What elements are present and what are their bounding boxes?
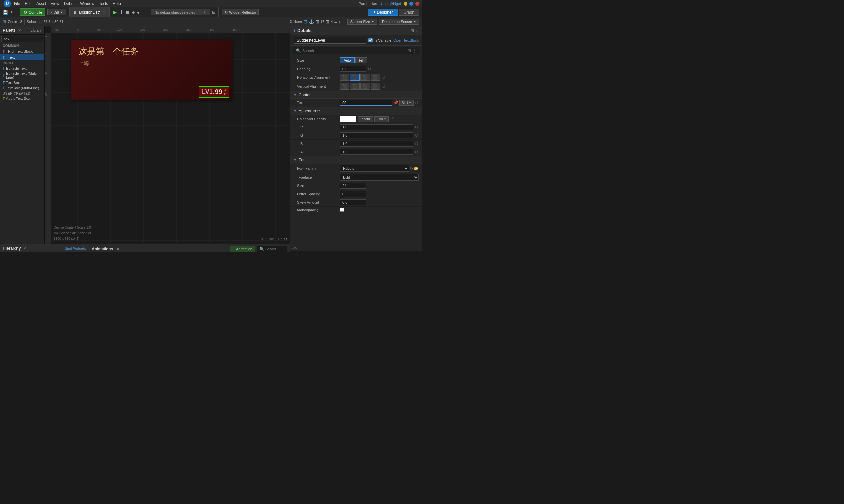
mission-list-tab[interactable]: ▦ MissionList* ✕	[70, 7, 110, 17]
library-tab[interactable]: Library	[30, 28, 41, 32]
add-animation-btn[interactable]: + Animation	[230, 246, 255, 252]
a-input[interactable]	[340, 149, 413, 155]
color-swatch[interactable]	[340, 116, 356, 122]
menu-tools[interactable]: Tools	[99, 1, 108, 6]
stop-button[interactable]: ⏹	[125, 9, 130, 15]
v-align-top-btn[interactable]: ⬛	[340, 83, 349, 90]
snap-icon[interactable]: ⊟	[303, 19, 307, 24]
grid-icon[interactable]: ⊞	[3, 19, 6, 24]
r-input[interactable]	[340, 124, 413, 130]
editable-text-item[interactable]: T Editable Text	[0, 66, 44, 71]
menu-file[interactable]: File	[14, 1, 20, 6]
size-fill-btn[interactable]: Fill	[356, 57, 367, 63]
skew-input[interactable]	[340, 199, 366, 205]
editable-text-multi-item[interactable]: T Editable Text (Multi-Line)	[0, 71, 44, 80]
search-options-icon[interactable]: ⋮	[412, 49, 416, 53]
record-button[interactable]: ●	[137, 10, 140, 15]
win-maximize[interactable]	[410, 2, 413, 5]
history-icon[interactable]: ↶	[10, 10, 14, 15]
compile-button[interactable]: ⚙ Compile	[20, 8, 46, 16]
hierarchy-close-btn[interactable]: ✕	[23, 247, 27, 251]
font-size-input[interactable]	[340, 183, 366, 189]
skip-button[interactable]: ⏭	[131, 10, 136, 15]
screen-size-dropdown[interactable]: Screen Size ▼	[347, 19, 377, 25]
align-icon[interactable]: R	[321, 19, 324, 24]
b-reset-btn[interactable]: ↺	[415, 141, 419, 146]
v-align-center-btn[interactable]: ⬛	[350, 83, 360, 90]
details-settings-icon[interactable]: ⊞	[411, 28, 414, 33]
menu-view[interactable]: View	[51, 1, 59, 6]
text-reset-btn[interactable]: ↺	[415, 100, 419, 105]
graph-button[interactable]: Graph	[399, 8, 419, 16]
g-input[interactable]	[340, 132, 413, 138]
resize-icon[interactable]: ⊞	[315, 19, 320, 24]
win-minimize[interactable]	[403, 2, 408, 5]
letter-spacing-input[interactable]	[340, 191, 366, 197]
audio-text-box-item[interactable]: T Audio Text Box	[0, 96, 44, 101]
desired-on-screen-dropdown[interactable]: Desired on Screen ▼	[379, 19, 419, 25]
font-browse-icon[interactable]: 📂	[414, 166, 419, 170]
tab-close-btn[interactable]: ✕	[103, 10, 105, 14]
arrows-icon[interactable]: ↕	[338, 19, 341, 24]
debug-icon[interactable]: ⊞	[212, 10, 216, 15]
search-settings-icon[interactable]: ⊞	[408, 49, 411, 53]
designer-button[interactable]: ✦ Designer	[368, 8, 398, 16]
none-label[interactable]: ⊘ None	[290, 19, 302, 24]
palette-search-input[interactable]	[1, 36, 43, 42]
anchor-icon[interactable]: ⚓	[309, 19, 314, 24]
menu-dots[interactable]: ⋮	[141, 10, 145, 15]
text-item-selected[interactable]: T Text	[0, 54, 44, 60]
v-align-reset-btn[interactable]: ↺	[382, 84, 386, 89]
menu-window[interactable]: Window	[80, 1, 94, 6]
padding-input[interactable]	[340, 66, 366, 72]
grid2-icon[interactable]: ⊞	[325, 19, 329, 24]
r-reset-btn[interactable]: ↺	[415, 125, 419, 130]
palette-close-btn[interactable]: ✕	[18, 28, 21, 33]
typeface-select[interactable]: Bold	[340, 174, 419, 181]
open-textblock-link[interactable]: Open TextBlock	[393, 38, 419, 42]
play-button[interactable]: ▶	[113, 9, 117, 15]
padding-reset-btn[interactable]: ↺	[367, 66, 372, 71]
rich-text-block-item[interactable]: T Rich Text Block	[0, 49, 44, 54]
g-reset-btn[interactable]: ↺	[415, 133, 419, 138]
widget-reflector-button[interactable]: ⊡ Widget Reflector	[222, 8, 259, 16]
win-close[interactable]	[415, 2, 419, 5]
h-align-fill-btn[interactable]: ⬛	[371, 74, 380, 81]
layout-icon[interactable]: ≡	[334, 19, 337, 24]
settings-icon[interactable]: ⚙	[284, 237, 288, 241]
level-down-arrow[interactable]: ▶	[224, 92, 226, 95]
font-family-select[interactable]: Roboto	[340, 165, 409, 172]
debug-dropdown[interactable]: No debug object selected ▼	[151, 9, 210, 16]
text-bind-btn[interactable]: Bind ▼	[399, 100, 414, 106]
pause-button[interactable]: ⏸	[118, 9, 123, 15]
content-section-header[interactable]: ▼ Content	[291, 91, 422, 99]
anim-search-input[interactable]	[265, 247, 285, 251]
v-align-fill-btn[interactable]: ⬛	[371, 83, 380, 90]
save-icon[interactable]: 💾	[3, 10, 8, 15]
details-close-btn[interactable]: ✕	[415, 28, 419, 33]
widget-name-input[interactable]	[294, 37, 366, 44]
level-up-arrow[interactable]: ◀	[224, 88, 226, 92]
font-section-header[interactable]: ▼ Font	[291, 156, 422, 164]
details-search-input[interactable]	[302, 49, 407, 53]
menu-edit[interactable]: Edit	[25, 1, 32, 6]
v-align-bottom-btn[interactable]: ⬛	[360, 83, 370, 90]
text-box-multi-item[interactable]: T Text Box (Multi-Line)	[0, 85, 44, 91]
text-pin-icon[interactable]: 📌	[393, 101, 398, 105]
is-variable-checkbox[interactable]	[368, 38, 373, 42]
font-refresh-icon[interactable]: ↻	[410, 166, 413, 170]
menu-debug[interactable]: Debug	[64, 1, 75, 6]
h-align-right-btn[interactable]: ⬛	[360, 74, 370, 81]
text-value-input[interactable]	[340, 100, 392, 106]
size-auto-btn[interactable]: Auto	[340, 57, 355, 63]
menu-help[interactable]: Help	[113, 1, 121, 6]
monospacing-checkbox[interactable]	[340, 208, 344, 212]
appearance-section-header[interactable]: ▼ Appearance	[291, 107, 422, 115]
menu-asset[interactable]: Asset	[36, 1, 46, 6]
h-align-reset-btn[interactable]: ↺	[382, 75, 386, 80]
color-bind-btn[interactable]: Bind ▼	[374, 116, 389, 122]
level-badge[interactable]: LV1. 99 ◀ ▶	[199, 86, 229, 97]
color-reset-btn[interactable]: ↺	[390, 116, 394, 122]
num4-label[interactable]: 4	[331, 20, 333, 24]
h-align-center-btn[interactable]: ⬛	[350, 74, 360, 81]
